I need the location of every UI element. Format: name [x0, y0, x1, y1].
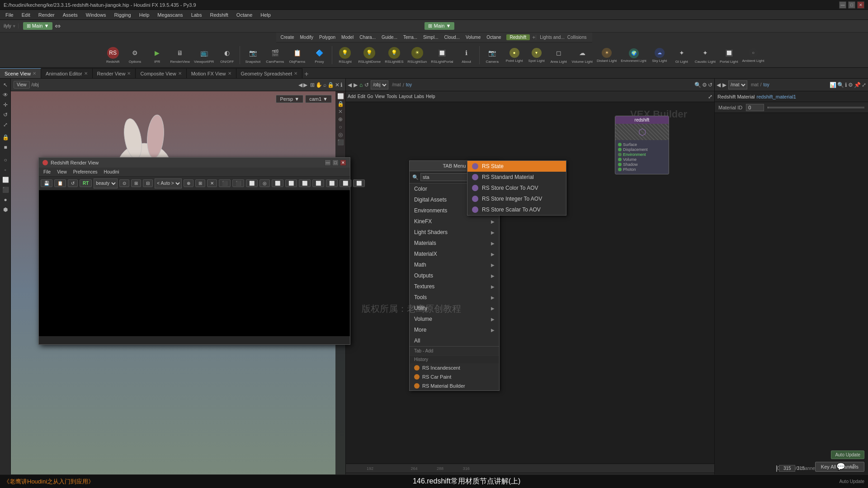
vp-lock-btn[interactable]: 🔒 — [327, 82, 334, 88]
vp-grid-btn[interactable]: ⊞ — [310, 82, 315, 88]
hist-rs-incandescent[interactable]: RS Incandescent — [410, 363, 499, 372]
tb-options-btn[interactable]: ⚙ Options — [124, 44, 146, 66]
minimize-button[interactable]: — — [839, 1, 846, 9]
sub-rs-state[interactable]: RS State — [467, 161, 566, 172]
rv-reload[interactable]: ↺ — [68, 179, 78, 187]
vp-rt-1[interactable]: ⬜ — [337, 93, 344, 99]
vp-pan-btn[interactable]: ✋ — [316, 82, 322, 88]
menu-render[interactable]: Render — [35, 11, 58, 19]
ms-help[interactable]: Help — [426, 94, 435, 99]
tb-rslightdome-btn[interactable]: 💡 RSLightDome — [356, 44, 382, 66]
tool-snap[interactable]: 🔒 — [1, 133, 10, 142]
vp-rt-7[interactable]: ⬛ — [337, 139, 344, 145]
mat-id-slider[interactable] — [768, 107, 864, 108]
menu-octane[interactable]: Octane — [233, 11, 256, 19]
tb-create[interactable]: Create — [278, 34, 297, 40]
ms-layout[interactable]: Layout — [399, 94, 412, 99]
hist-rs-material-builder[interactable]: RS Material Builder — [410, 381, 499, 390]
mt-toy-path[interactable]: toy — [406, 82, 412, 87]
tool-6[interactable]: ○ — [1, 155, 10, 164]
rv-refresh[interactable]: ⊙ — [119, 179, 129, 187]
menu-edit[interactable]: Edit — [18, 11, 34, 19]
render-minimize[interactable]: — — [325, 160, 331, 166]
cat-outputs[interactable]: Outputs▶ — [410, 270, 499, 281]
tb-pointlight-btn[interactable]: ● Point Light — [504, 44, 525, 66]
persp-btn[interactable]: Persp ▼ — [276, 95, 303, 103]
close-button[interactable]: ✕ — [857, 1, 864, 9]
tb-octane[interactable]: Octane — [484, 34, 504, 40]
cat-textures[interactable]: Textures▶ — [410, 281, 499, 292]
tb-ipr-btn[interactable]: ▶ IPR — [146, 44, 168, 66]
rt-next[interactable]: ▶ — [722, 82, 726, 88]
tool-8[interactable]: ⬜ — [1, 175, 10, 184]
menu-help2[interactable]: Help — [257, 11, 274, 19]
tab-scene-view[interactable]: Scene View✕ — [0, 68, 41, 78]
menu-help[interactable]: Help — [136, 11, 153, 19]
rt-toy-label[interactable]: toy — [763, 82, 769, 87]
render-close[interactable]: ✕ — [340, 160, 346, 166]
tb-model[interactable]: Model — [339, 34, 356, 40]
mt-next[interactable]: ▶ — [354, 82, 358, 88]
tb-about-btn[interactable]: ℹ About — [456, 44, 477, 66]
menu-windows[interactable]: Windows — [82, 11, 110, 19]
tb-simpl[interactable]: Simpl... — [420, 34, 441, 40]
tb-terra[interactable]: Terra... — [401, 34, 420, 40]
rv-view[interactable]: View — [54, 169, 70, 175]
sub-rs-store-color[interactable]: RS Store Color To AOV — [467, 183, 566, 193]
rt-search[interactable]: 🔍 — [837, 82, 844, 88]
rt-expand[interactable]: ⤢ — [862, 82, 866, 88]
tb-guide[interactable]: Guide... — [379, 34, 400, 40]
ms-go[interactable]: Go — [367, 94, 373, 99]
rv-btn7[interactable]: ◎ — [259, 179, 270, 187]
tb-onoff-btn[interactable]: ◐ ON/OFF — [216, 44, 238, 66]
menu-redshift[interactable]: Redshift — [206, 11, 231, 19]
mt-settings[interactable]: ⚙ — [702, 82, 707, 88]
menu-megascans[interactable]: Megascans — [154, 11, 186, 19]
tab-motion-fx[interactable]: Motion FX View✕ — [187, 68, 236, 78]
mt-search[interactable]: 🔍 — [694, 82, 701, 88]
vp-rt-4[interactable]: ⊕ — [338, 116, 343, 122]
tb-cloud[interactable]: Cloud... — [441, 34, 462, 40]
sub-rs-store-scalar[interactable]: RS Store Scalar To AOV — [467, 204, 566, 215]
rv-file[interactable]: File — [41, 169, 53, 175]
cat-math[interactable]: Math▶ — [410, 259, 499, 270]
rv-grid[interactable]: ⊞ — [131, 179, 141, 187]
hist-rs-car-paint[interactable]: RS Car Paint — [410, 372, 499, 381]
tb-portallight-btn[interactable]: 🔲 Portal Light — [718, 44, 740, 66]
chat-icon[interactable]: 💬 — [836, 462, 845, 471]
mt-refresh[interactable]: ↺ — [364, 82, 369, 88]
menu-assets[interactable]: Assets — [59, 11, 81, 19]
vp-x-btn[interactable]: ✕ — [335, 82, 340, 88]
tab-render-view[interactable]: Render View✕ — [93, 68, 136, 78]
tb-spotlight-btn[interactable]: ▾ Spot Light — [526, 44, 547, 66]
tb-rslighties-btn[interactable]: 💡 RSLightIES — [383, 44, 405, 66]
tb-envlight-btn[interactable]: 🌍 Environment Light — [619, 44, 648, 66]
vp-view-btn[interactable]: View — [14, 81, 30, 89]
cat-tools[interactable]: Tools▶ — [410, 292, 499, 303]
redshift-node[interactable]: redshift ⬡ Surface Displacement — [615, 116, 669, 174]
mat-id-input[interactable] — [746, 104, 764, 111]
mt-refresh2[interactable]: ↺ — [708, 82, 712, 88]
tab-geometry-spreadsheet[interactable]: Geometry Spreadsheet✕ — [236, 68, 303, 78]
tool-5[interactable]: ■ — [1, 143, 10, 152]
main-workspace-btn[interactable]: ⊞ Main ▼ — [23, 22, 53, 30]
rv-btn12[interactable]: ⬜ — [326, 179, 338, 187]
ms-add[interactable]: Add — [348, 94, 356, 99]
tab-composite-view[interactable]: Composite View✕ — [136, 68, 186, 78]
tool-9[interactable]: ⬛ — [1, 185, 10, 194]
tb-renderview-btn[interactable]: 🖥 RenderView — [169, 44, 192, 66]
maximize-button[interactable]: □ — [848, 1, 855, 9]
rv-mode-select[interactable]: beauty — [94, 178, 118, 188]
tool-translate[interactable]: ✛ — [1, 100, 10, 109]
tb-causticlight-btn[interactable]: ✦ Caustic Light — [693, 44, 717, 66]
sub-rs-standard[interactable]: RS Standard Material — [467, 172, 566, 183]
ms-tools[interactable]: Tools — [387, 94, 397, 99]
node-graph[interactable]: VEX Builder redshift ⬡ Surface — [346, 102, 714, 464]
main-workspace-btn2[interactable]: ⊞ Main ▼ — [425, 22, 454, 30]
tb-ambientlight-btn[interactable]: ○ Ambient Light — [740, 44, 766, 66]
tb-modify[interactable]: Modify — [297, 34, 316, 40]
rv-save[interactable]: 💾 — [41, 179, 52, 187]
render-maximize[interactable]: □ — [332, 160, 339, 166]
tb-volumelight-btn[interactable]: ☁ Volume Light — [570, 44, 594, 66]
cat-materialx[interactable]: MaterialX▶ — [410, 249, 499, 259]
